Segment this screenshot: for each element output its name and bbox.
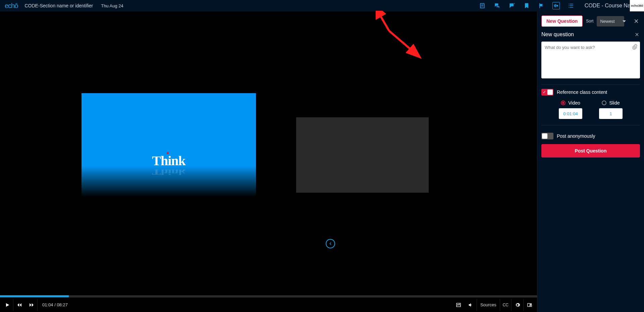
bookmark-icon[interactable] (523, 2, 530, 9)
video-area: Think Think 01:04 / 08:27 Sources CC (0, 11, 537, 312)
transcript-icon[interactable] (552, 2, 560, 9)
gear-icon (515, 302, 520, 308)
question-input[interactable] (541, 42, 640, 78)
slide-option-label: Slide (609, 100, 620, 106)
toggle-knob (547, 89, 553, 95)
reference-options: Video Slide (541, 100, 640, 119)
new-post-icon[interactable]: + (508, 2, 516, 9)
rewind-button[interactable] (13, 299, 25, 311)
divider (541, 125, 640, 125)
volume-icon (468, 302, 473, 308)
video-timestamp-input[interactable] (559, 108, 582, 119)
close-icon (635, 32, 639, 37)
reference-toggle[interactable]: ✓ (541, 89, 553, 96)
slide-radio[interactable] (602, 101, 606, 105)
forward-button[interactable] (25, 299, 38, 311)
activity-icon (456, 302, 461, 308)
reference-toggle-row: ✓ Reference class content (541, 89, 640, 96)
forward-icon (29, 302, 34, 308)
volume-button[interactable] (465, 299, 477, 311)
notes-icon[interactable] (479, 2, 486, 9)
section-name[interactable]: CODE-Section name or identifier (24, 3, 93, 8)
collapse-secondary-button[interactable] (326, 239, 335, 248)
layout-icon (527, 302, 532, 308)
discussions-icon[interactable] (493, 2, 501, 9)
ext-label: echo360 (631, 4, 643, 7)
anonymous-toggle[interactable]: ✓ (541, 133, 553, 139)
play-icon (5, 302, 10, 308)
svg-rect-6 (530, 305, 532, 306)
video-option: Video (559, 100, 582, 119)
sort-label: Sort (586, 19, 593, 23)
video-radio[interactable] (561, 101, 566, 105)
rewind-icon (17, 302, 22, 308)
toggle-knob (542, 133, 547, 139)
new-question-button[interactable]: New Question (541, 15, 583, 27)
play-button[interactable] (1, 299, 13, 311)
close-panel-button[interactable] (633, 17, 640, 25)
panel-header: New Question Sort Newest (541, 15, 640, 27)
list-icon[interactable] (567, 2, 575, 9)
form-title: New question (541, 32, 574, 38)
slide-option: Slide (599, 100, 623, 119)
post-question-button[interactable]: Post Question (541, 144, 640, 158)
top-bar: echō CODE-Section name or identifier Thu… (0, 0, 644, 11)
primary-video[interactable]: Think Think (82, 93, 256, 197)
video-stage: Think Think (0, 11, 537, 295)
close-form-button[interactable] (634, 32, 640, 38)
sort-select[interactable]: Newest (597, 16, 624, 26)
svg-rect-5 (530, 303, 532, 305)
cc-button[interactable]: CC (500, 299, 512, 311)
layout-button[interactable] (524, 299, 536, 311)
top-icon-row: + (479, 2, 575, 9)
video-slide-text: Think (152, 153, 185, 169)
time-display: 01:04 / 08:27 (42, 302, 68, 307)
attach-button[interactable] (632, 44, 637, 50)
video-slide-reflection: Think (152, 168, 185, 177)
new-question-form: New question ✓ Reference class content (541, 32, 640, 158)
progress-bar[interactable] (0, 295, 537, 297)
chevron-left-icon (328, 242, 332, 246)
reference-label: Reference class content (557, 89, 607, 95)
main-area: Think Think 01:04 / 08:27 Sources CC (0, 11, 644, 312)
settings-button[interactable] (512, 299, 524, 311)
sources-button[interactable]: Sources (477, 299, 500, 311)
paperclip-icon (632, 44, 637, 50)
date-label: Thu Aug 24 (101, 3, 123, 8)
extension-tab[interactable]: echo360 (630, 0, 644, 11)
echo-logo[interactable]: echō (5, 2, 18, 10)
control-bar: 01:04 / 08:27 Sources CC (0, 297, 537, 312)
analytics-button[interactable] (452, 299, 465, 311)
divider (541, 84, 640, 85)
flag-icon[interactable] (538, 2, 545, 9)
progress-fill (0, 295, 69, 297)
slide-number-input[interactable] (599, 108, 623, 119)
video-option-label: Video (568, 100, 580, 106)
questions-panel: New Question Sort Newest New question ✓ (537, 11, 644, 312)
svg-text:+: + (514, 2, 515, 5)
question-input-wrap (541, 42, 640, 78)
secondary-video[interactable] (296, 117, 429, 193)
anonymous-label: Post anonymously (557, 133, 595, 139)
svg-rect-4 (528, 303, 530, 306)
anonymous-row: ✓ Post anonymously (541, 133, 640, 139)
check-icon: ✓ (543, 90, 546, 95)
close-icon (634, 18, 639, 24)
